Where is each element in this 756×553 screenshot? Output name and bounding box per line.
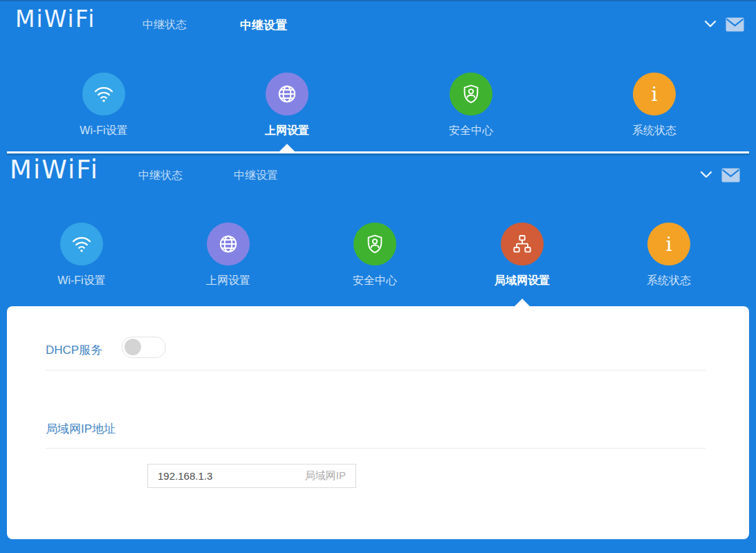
quicknav-label: 上网设置	[232, 124, 342, 138]
info-icon: i	[633, 73, 676, 115]
quicknav-wifi-settings[interactable]: Wi-Fi设置	[48, 73, 159, 138]
network-icon	[501, 223, 544, 265]
wifi-icon	[60, 223, 103, 265]
lan-settings-panel: DHCP服务 局域网IP地址 局域网IP	[7, 306, 749, 539]
quicknav-label: 安全中心	[320, 274, 430, 288]
miwifi-logo: MiWiFi	[15, 6, 95, 32]
miwifi-logo: MiWiFi	[10, 155, 99, 185]
quicknav-label: Wi-Fi设置	[26, 274, 137, 288]
lan-ip-heading: 局域网IP地址	[46, 421, 116, 437]
quicknav-label: Wi-Fi设置	[48, 124, 159, 138]
quicknav-wifi-settings[interactable]: Wi-Fi设置	[26, 223, 137, 288]
quicknav-label: 系统状态	[614, 274, 724, 288]
chevron-down-icon[interactable]	[704, 20, 717, 28]
divider	[46, 370, 706, 371]
shield-icon	[450, 73, 492, 115]
panel-edge-top-section	[7, 151, 749, 153]
tab-repeater-settings[interactable]: 中继设置	[234, 169, 278, 183]
lan-ip-field-wrap: 局域网IP	[147, 464, 356, 488]
tab-repeater-settings[interactable]: 中继设置	[240, 17, 287, 33]
panel-notch-top-section	[279, 144, 295, 151]
quicknav-lan-settings[interactable]: 局域网设置	[467, 223, 578, 288]
quicknav-system-status[interactable]: i 系统状态	[599, 73, 710, 138]
mail-icon[interactable]	[721, 168, 740, 182]
shield-icon	[353, 223, 396, 265]
dhcp-toggle[interactable]	[122, 337, 166, 358]
tab-repeater-status[interactable]: 中继状态	[138, 169, 183, 183]
quicknav-label: 上网设置	[173, 274, 284, 288]
panel-notch-lan-settings	[515, 299, 530, 306]
quicknav-security-center[interactable]: 安全中心	[320, 223, 430, 288]
dhcp-service-label: DHCP服务	[46, 342, 102, 358]
quicknav-label: 安全中心	[416, 124, 526, 138]
quicknav-internet-settings[interactable]: 上网设置	[173, 223, 284, 288]
globe-icon	[266, 73, 308, 115]
window-top-shadow	[0, 0, 756, 1]
quicknav-security-center[interactable]: 安全中心	[416, 73, 526, 138]
mail-icon[interactable]	[726, 17, 744, 32]
globe-icon	[207, 223, 250, 265]
chevron-down-icon[interactable]	[700, 171, 712, 178]
quicknav-internet-settings[interactable]: 上网设置	[232, 73, 342, 138]
toggle-knob	[125, 339, 141, 355]
svg-text:i: i	[651, 83, 657, 106]
svg-text:i: i	[665, 233, 672, 256]
wifi-icon	[82, 73, 125, 115]
quicknav-label: 局域网设置	[467, 274, 578, 288]
tab-repeater-status[interactable]: 中继状态	[142, 18, 187, 32]
info-icon: i	[647, 223, 690, 265]
quicknav-system-status[interactable]: i 系统状态	[614, 223, 724, 288]
divider	[46, 448, 706, 449]
miwifi-app: MiWiFi 中继状态 中继设置 Wi-Fi设置 上网设置	[0, 0, 756, 553]
quicknav-label: 系统状态	[599, 124, 710, 138]
lan-ip-input[interactable]	[148, 465, 356, 487]
